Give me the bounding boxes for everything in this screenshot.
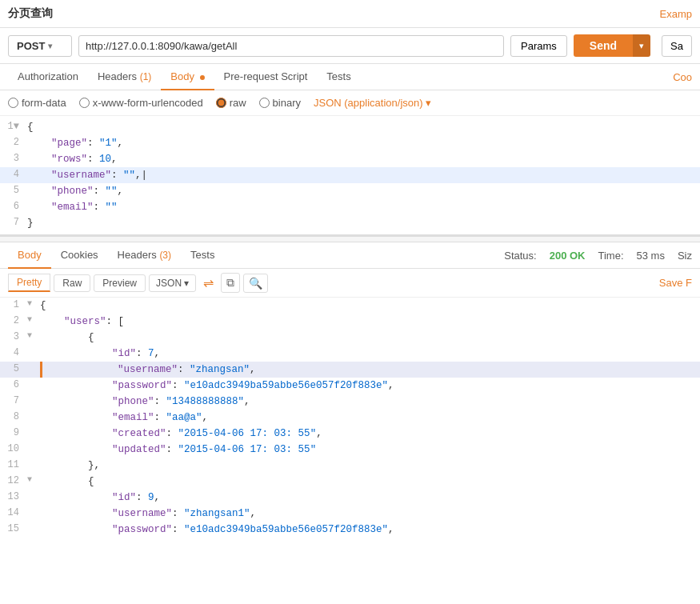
request-tabs: Authorization Headers (1) Body Pre-reque…: [0, 64, 700, 90]
method-dropdown[interactable]: POST ▾: [8, 35, 72, 57]
form-data-option[interactable]: form-data: [8, 97, 66, 109]
raw-option[interactable]: raw: [216, 97, 246, 109]
json-format-selector[interactable]: JSON ▾: [149, 274, 196, 292]
send-group: Send ▾: [574, 34, 650, 57]
raw-radio[interactable]: [216, 98, 226, 108]
method-label: POST: [17, 40, 45, 52]
res-code-text: {: [40, 474, 94, 490]
code-line: 4 "username": "",|: [0, 167, 700, 183]
line-number: 8: [3, 410, 27, 425]
save-file-button[interactable]: Save F: [659, 277, 692, 289]
response-toolbar: Pretty Raw Preview JSON ▾ ⇌ ⧉ 🔍 Save F: [0, 269, 700, 298]
top-bar: 分页查询 Examp: [0, 0, 700, 28]
code-text: "username": "",|: [27, 167, 147, 183]
tab-body-res[interactable]: Body: [8, 242, 51, 269]
tab-headers[interactable]: Headers (1): [88, 64, 161, 90]
res-code-text: "id": 9,: [40, 490, 160, 506]
code-line: 6 "email": "": [0, 199, 700, 215]
res-code-line: 11 },: [0, 458, 700, 474]
res-code-line: 4 "id": 7,: [0, 346, 700, 362]
code-text: {: [27, 119, 34, 135]
res-code-text: },: [40, 458, 100, 474]
headers-badge: (1): [140, 71, 152, 82]
json-res-chevron-icon: ▾: [184, 278, 189, 289]
line-number: 7: [3, 394, 27, 409]
urlencoded-option[interactable]: x-www-form-urlencoded: [79, 97, 203, 109]
section-divider: [0, 236, 700, 242]
binary-option[interactable]: binary: [259, 97, 301, 109]
request-body-editor[interactable]: 1▼{2 "page": "1",3 "rows": 10,4 "usernam…: [0, 116, 700, 236]
line-number: 2: [3, 135, 27, 150]
res-code-text: "username": "zhangsan1",: [40, 506, 256, 522]
triangle-icon[interactable]: [27, 298, 40, 310]
res-code-text: "created": "2015-04-06 17: 03: 55",: [40, 426, 322, 442]
res-code-line: 2 "users": [: [0, 314, 700, 330]
copy-button[interactable]: ⧉: [221, 273, 240, 293]
code-line: 1▼{: [0, 119, 700, 135]
res-code-text: "username": "zhangsan",: [46, 362, 256, 378]
preview-button[interactable]: Preview: [94, 274, 146, 292]
save-button[interactable]: Sa: [662, 35, 692, 57]
triangle-icon[interactable]: [27, 330, 40, 342]
body-type-options: form-data x-www-form-urlencoded raw bina…: [0, 90, 700, 116]
line-number: 5: [3, 183, 27, 198]
res-code-text: {: [40, 298, 46, 314]
params-button[interactable]: Params: [510, 35, 567, 57]
response-status: Status: 200 OK Time: 53 ms Siz: [504, 250, 692, 262]
line-number: 6: [3, 199, 27, 214]
res-code-text: "password": "e10adc3949ba59abbe56e057f20…: [40, 522, 394, 538]
tab-cookies[interactable]: Cookies: [51, 242, 108, 269]
res-code-line: 12 {: [0, 474, 700, 490]
line-number: 6: [3, 378, 27, 393]
search-button[interactable]: 🔍: [243, 274, 268, 293]
send-chevron-button[interactable]: ▾: [633, 34, 650, 57]
response-body[interactable]: 1{2 "users": [3 {4 "id": 7,5 "username":…: [0, 298, 700, 538]
res-code-text: "phone": "13488888888",: [40, 394, 250, 410]
code-text: "rows": 10,: [27, 151, 118, 167]
response-header: Body Cookies Headers (3) Tests Status: 2…: [0, 242, 700, 269]
binary-radio[interactable]: [259, 98, 270, 108]
res-code-line: 3 {: [0, 330, 700, 346]
size-label: Siz: [678, 250, 692, 262]
triangle-icon[interactable]: [27, 314, 40, 326]
res-code-line: 6 "password": "e10adc3949ba59abbe56e057f…: [0, 378, 700, 394]
request-bar: POST ▾ Params Send ▾ Sa: [0, 28, 700, 64]
line-number: 4: [3, 346, 27, 361]
line-number: 13: [3, 490, 27, 505]
url-input[interactable]: [78, 35, 504, 57]
tab-authorization[interactable]: Authorization: [8, 64, 88, 90]
tab-body[interactable]: Body: [161, 64, 214, 90]
tab-prerequest[interactable]: Pre-request Script: [214, 64, 318, 90]
triangle-icon[interactable]: [27, 474, 40, 486]
form-data-radio[interactable]: [8, 98, 18, 108]
method-chevron-icon: ▾: [48, 42, 52, 50]
status-label: Status:: [504, 250, 536, 262]
pretty-button[interactable]: Pretty: [8, 274, 50, 292]
line-number: 2: [3, 314, 27, 329]
json-type-selector[interactable]: JSON (application/json) ▾: [314, 97, 431, 109]
tab-tests-res[interactable]: Tests: [181, 242, 224, 269]
res-code-text: "updated": "2015-04-06 17: 03: 55": [40, 442, 316, 458]
code-text: "email": "": [27, 199, 118, 215]
line-number: 14: [3, 506, 27, 521]
res-code-line: 5 "username": "zhangsan",: [0, 362, 700, 378]
tab-tests-req[interactable]: Tests: [317, 64, 360, 90]
cookies-link[interactable]: Coo: [673, 71, 692, 83]
response-tabs: Body Cookies Headers (3) Tests: [8, 242, 504, 268]
example-link[interactable]: Examp: [660, 8, 692, 20]
code-line: 3 "rows": 10,: [0, 151, 700, 167]
wrap-icon[interactable]: ⇌: [199, 274, 218, 292]
res-code-line: 15 "password": "e10adc3949ba59abbe56e057…: [0, 522, 700, 538]
raw-button[interactable]: Raw: [54, 274, 90, 292]
res-code-line: 14 "username": "zhangsan1",: [0, 506, 700, 522]
res-headers-badge: (3): [159, 250, 171, 261]
urlencoded-radio[interactable]: [79, 98, 90, 108]
tab-headers-res[interactable]: Headers (3): [108, 242, 181, 269]
line-number: 1: [3, 298, 27, 313]
line-number: 15: [3, 522, 27, 537]
code-line: 5 "phone": "",: [0, 183, 700, 199]
res-code-line: 13 "id": 9,: [0, 490, 700, 506]
res-code-line: 9 "created": "2015-04-06 17: 03: 55",: [0, 426, 700, 442]
time-label: Time:: [598, 250, 624, 262]
send-button[interactable]: Send: [574, 34, 633, 57]
